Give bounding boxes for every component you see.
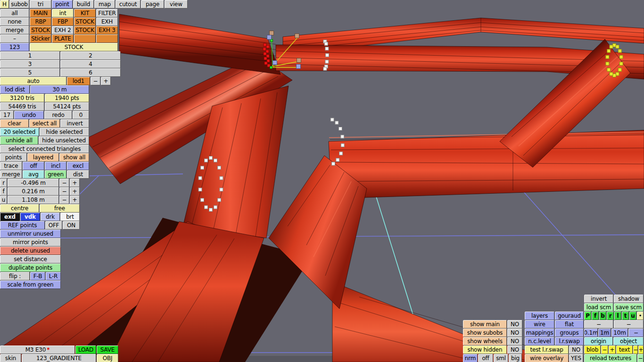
button-3[interactable]: 3 xyxy=(0,60,60,68)
button-1[interactable]: 1 xyxy=(0,51,60,60)
button-flip[interactable]: flip : xyxy=(0,272,30,280)
button-blank[interactable]: + xyxy=(101,77,111,85)
button-stock[interactable]: STOCK xyxy=(30,43,118,51)
button-layered[interactable]: layered xyxy=(27,153,59,162)
button-123[interactable]: 123 xyxy=(0,43,29,51)
button-blank[interactable]: • xyxy=(637,312,644,320)
button-0.496-m[interactable]: -0.496 m xyxy=(8,179,59,187)
button-stock[interactable]: STOCK xyxy=(74,26,96,34)
button-free[interactable]: free xyxy=(40,204,80,213)
button-m3-e30[interactable]: M3 E30* xyxy=(0,346,75,354)
button-save-scm[interactable]: save scm xyxy=(614,303,644,312)
button-0.1m[interactable]: 0.1m xyxy=(584,329,598,337)
button-blank[interactable]: + xyxy=(70,196,80,204)
button-big[interactable]: big xyxy=(509,354,522,362)
button-points[interactable]: points xyxy=(0,153,27,162)
button-main[interactable]: MAIN xyxy=(30,9,51,17)
button-scale-from-green[interactable]: scale from green xyxy=(0,280,61,289)
button-no[interactable]: NO xyxy=(507,337,522,346)
button-no[interactable]: NO xyxy=(569,346,583,354)
button-n.c.level[interactable]: n.c.level xyxy=(525,337,554,346)
button-stock[interactable]: STOCK xyxy=(30,26,51,34)
button-mappings[interactable]: mappings xyxy=(525,329,554,337)
button-54469-tris[interactable]: 54469 tris xyxy=(0,102,44,111)
button-p[interactable]: P xyxy=(584,312,591,320)
button-0.216-m[interactable]: 0.216 m xyxy=(8,187,59,196)
button-gouraud[interactable]: gouraud xyxy=(555,312,584,320)
button-l.r.swap[interactable]: l.r.swap xyxy=(555,337,584,346)
button-ref-points[interactable]: REF points xyxy=(0,221,45,230)
button-blank[interactable]: + xyxy=(609,346,616,354)
button-3120-tris[interactable]: 3120 tris xyxy=(0,94,44,102)
button-f-b[interactable]: F-B xyxy=(30,272,45,280)
button-hide-selected[interactable]: hide selected xyxy=(40,128,89,136)
button-blank[interactable]: − xyxy=(637,354,644,362)
button-l[interactable]: l xyxy=(614,312,621,320)
button-map[interactable]: map xyxy=(94,0,115,8)
button-undo[interactable]: undo xyxy=(14,111,44,119)
button-20-selected[interactable]: 20 selected xyxy=(0,128,39,136)
button-centre[interactable]: centre xyxy=(0,204,39,213)
button-point[interactable]: point xyxy=(52,0,73,8)
button-auto[interactable]: auto xyxy=(0,77,66,85)
button-no[interactable]: NO xyxy=(507,329,522,337)
button-l-r[interactable]: L-R xyxy=(46,272,61,280)
button-show-main[interactable]: show main xyxy=(463,320,507,329)
button-view[interactable]: view xyxy=(165,0,188,8)
button-select-connected-triangles[interactable]: select connected triangles xyxy=(0,145,89,153)
button-excl[interactable]: excl xyxy=(67,162,89,170)
button-off[interactable]: OFF xyxy=(45,221,62,230)
button-1940-pts[interactable]: 1940 pts xyxy=(45,94,89,102)
button-merge[interactable]: merge xyxy=(0,170,22,179)
button-obj[interactable]: OBJ xyxy=(97,354,118,362)
button-load[interactable]: LOAD xyxy=(75,346,96,354)
button-nrm[interactable]: nrm xyxy=(463,354,478,362)
button-drk[interactable]: drk xyxy=(41,213,60,221)
button-f[interactable]: f xyxy=(0,187,7,196)
button-fbp[interactable]: FBP xyxy=(52,17,74,26)
button-6[interactable]: 6 xyxy=(60,68,121,77)
button-17[interactable]: 17 xyxy=(0,111,14,119)
button-page[interactable]: page xyxy=(141,0,164,8)
button-on[interactable]: ON xyxy=(63,221,80,230)
button-wire[interactable]: wire xyxy=(525,320,554,329)
button-lod1[interactable]: lod1 xyxy=(67,77,90,85)
button-blank[interactable]: − xyxy=(59,187,69,196)
button-t[interactable]: t xyxy=(622,312,629,320)
button-vdk[interactable]: vdk xyxy=(20,213,40,221)
button-show-wheels[interactable]: show wheels xyxy=(463,337,507,346)
button-subob[interactable]: subob xyxy=(9,0,29,8)
button-blob[interactable]: blob xyxy=(584,346,601,354)
button-exh-2[interactable]: EXH 2 xyxy=(52,26,74,34)
button-no[interactable]: NO xyxy=(507,346,522,354)
button-kit[interactable]: KIT xyxy=(74,9,96,17)
button-redo[interactable]: redo xyxy=(44,111,72,119)
button-hide-unselected[interactable]: hide unselected xyxy=(39,136,89,145)
button-blank[interactable]: − xyxy=(59,196,69,204)
button-dist[interactable]: dist xyxy=(67,170,89,179)
button-layers[interactable]: layers xyxy=(525,312,554,320)
button-delete-unused[interactable]: delete unused xyxy=(0,247,61,255)
button-blank[interactable]: − xyxy=(633,346,638,354)
button-trace[interactable]: trace xyxy=(0,162,22,170)
button-all[interactable]: all xyxy=(0,9,29,17)
button-blank[interactable]: − xyxy=(584,320,613,329)
button-show-hidden[interactable]: show hidden xyxy=(463,346,507,354)
button-exd[interactable]: exd xyxy=(0,213,20,221)
button-sticker[interactable]: Sticker xyxy=(30,34,51,43)
button-no[interactable]: NO xyxy=(507,320,522,329)
button-text[interactable]: text xyxy=(616,346,633,354)
button-exh-3[interactable]: EXH 3 xyxy=(96,26,118,34)
button-lod-dist[interactable]: lod dist xyxy=(0,85,30,94)
button-1m[interactable]: 1m xyxy=(598,329,611,337)
button-brt[interactable]: brt xyxy=(60,213,80,221)
button-u[interactable]: u xyxy=(0,196,7,204)
button-5[interactable]: 5 xyxy=(0,68,60,77)
button-u[interactable]: u xyxy=(629,312,636,320)
button-tri[interactable]: tri xyxy=(30,0,51,8)
button-green[interactable]: green xyxy=(45,170,66,179)
button-30-m[interactable]: 30 m xyxy=(30,85,89,94)
button-off[interactable]: off xyxy=(478,354,493,362)
button-skin[interactable]: skin xyxy=(0,354,21,362)
button-stock[interactable]: STOCK xyxy=(74,17,96,26)
